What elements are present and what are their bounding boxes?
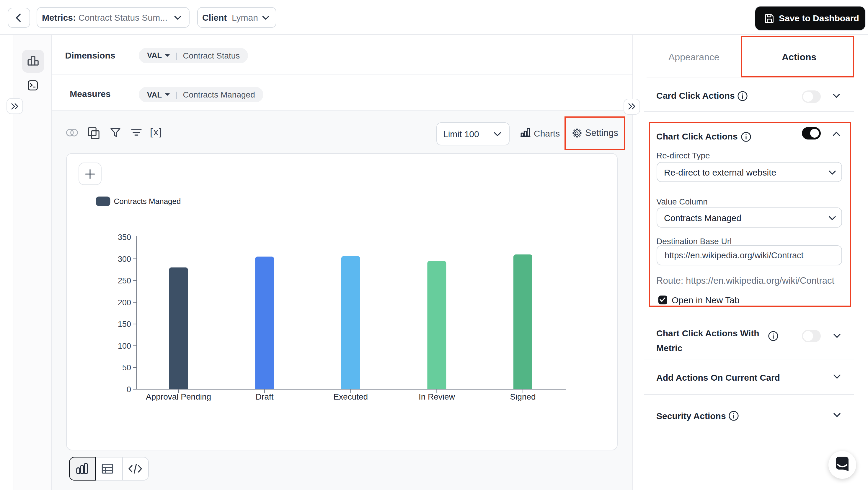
svg-text:50: 50 [122, 363, 131, 372]
svg-text:150: 150 [118, 320, 131, 329]
svg-text:300: 300 [118, 255, 131, 264]
svg-text:350: 350 [118, 233, 131, 242]
svg-text:200: 200 [118, 298, 131, 307]
svg-text:250: 250 [118, 276, 131, 285]
svg-text:Approval Pending: Approval Pending [146, 392, 211, 401]
svg-text:100: 100 [118, 342, 131, 350]
svg-text:Draft: Draft [256, 392, 274, 401]
svg-text:Contracts Managed: Contracts Managed [114, 197, 181, 206]
svg-text:0: 0 [127, 385, 131, 394]
svg-text:Signed: Signed [510, 392, 535, 401]
svg-text:Executed: Executed [333, 392, 368, 401]
svg-text:In Review: In Review [418, 392, 455, 401]
